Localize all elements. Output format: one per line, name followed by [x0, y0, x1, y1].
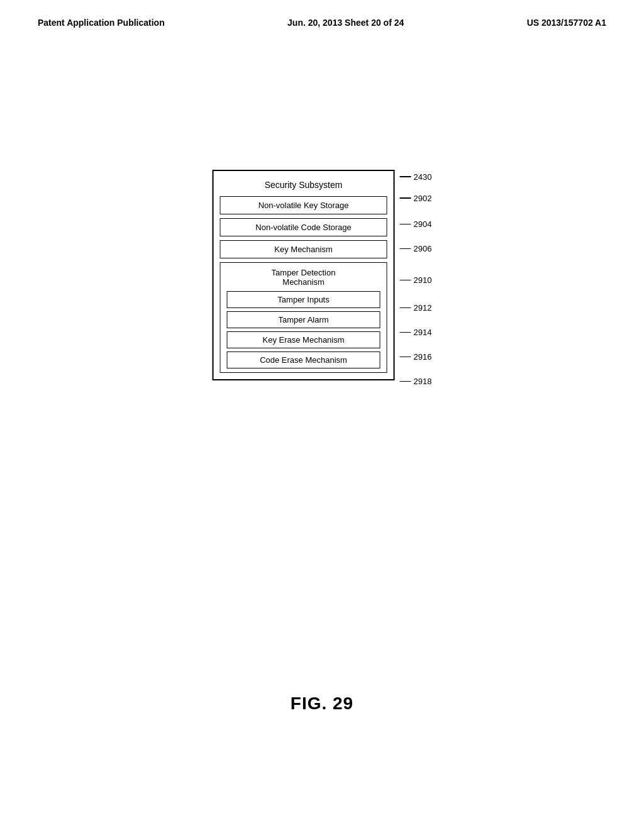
key-storage-box: Non-volatile Key Storage — [220, 196, 387, 214]
header-publication-label: Patent Application Publication — [38, 18, 165, 28]
ref-2914: 2914 — [400, 328, 432, 337]
figure-caption: FIG. 29 — [291, 694, 353, 714]
key-mechanism-box: Key Mechanism — [220, 240, 387, 258]
ref-2916: 2916 — [400, 352, 432, 362]
ref-2904: 2904 — [400, 219, 432, 229]
code-storage-box: Non-volatile Code Storage — [220, 218, 387, 236]
tamper-detection-header: Tamper DetectionMechanism — [221, 267, 387, 288]
header-date-sheet: Jun. 20, 2013 Sheet 20 of 24 — [287, 18, 404, 28]
code-erase-box: Code Erase Mechanism — [227, 351, 380, 368]
reference-labels: 2430 2902 2904 2906 — [400, 170, 432, 392]
ref-2902: 2902 — [400, 194, 432, 203]
outer-box: Security Subsystem Non-volatile Key Stor… — [213, 170, 395, 380]
ref-2918: 2918 — [400, 377, 432, 386]
tamper-inputs-box: Tamper Inputs — [227, 291, 380, 308]
key-erase-box: Key Erase Mechanism — [227, 331, 380, 348]
tamper-alarm-box: Tamper Alarm — [227, 311, 380, 328]
security-subsystem-label: Security Subsystem — [220, 177, 387, 192]
ref-2906: 2906 — [400, 244, 432, 253]
ref-2430: 2430 — [400, 172, 432, 182]
patent-page: Patent Application Publication Jun. 20, … — [0, 0, 644, 830]
page-header: Patent Application Publication Jun. 20, … — [0, 0, 644, 28]
ref-2912: 2912 — [400, 303, 432, 313]
tamper-detection-group: Tamper DetectionMechanism Tamper Inputs … — [220, 262, 387, 373]
ref-2910: 2910 — [400, 275, 432, 285]
diagram-container: Security Subsystem Non-volatile Key Stor… — [213, 170, 432, 392]
header-patent-number: US 2013/157702 A1 — [527, 18, 606, 28]
